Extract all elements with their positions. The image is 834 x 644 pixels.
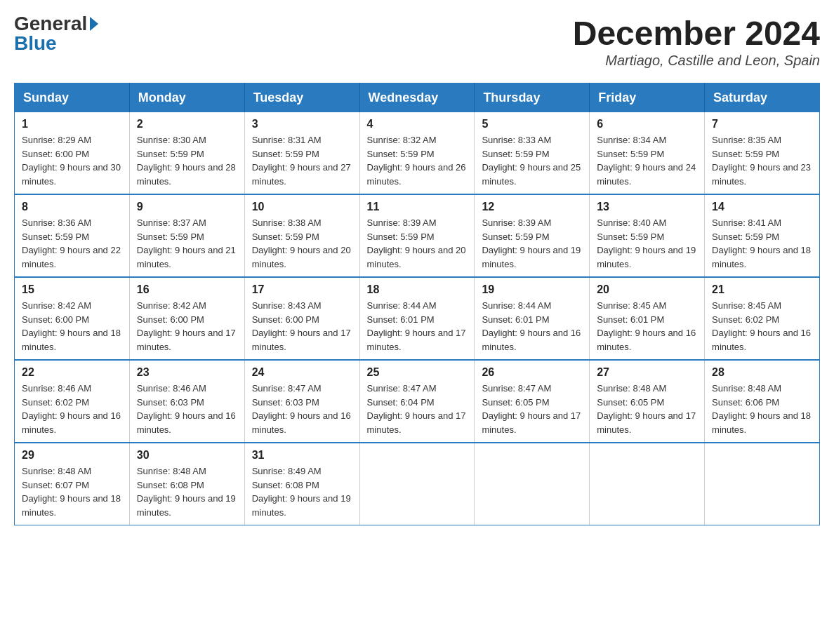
day-number: 6 bbox=[597, 118, 697, 130]
calendar-week-row: 1Sunrise: 8:29 AMSunset: 6:00 PMDaylight… bbox=[15, 112, 820, 194]
month-year-title: December 2024 bbox=[573, 14, 820, 53]
day-number: 30 bbox=[137, 449, 237, 462]
day-info: Sunrise: 8:41 AMSunset: 5:59 PMDaylight:… bbox=[712, 216, 812, 271]
day-info: Sunrise: 8:48 AMSunset: 6:06 PMDaylight:… bbox=[712, 382, 812, 436]
calendar-week-row: 29Sunrise: 8:48 AMSunset: 6:07 PMDayligh… bbox=[15, 443, 820, 525]
day-info: Sunrise: 8:35 AMSunset: 5:59 PMDaylight:… bbox=[712, 133, 812, 188]
day-info: Sunrise: 8:48 AMSunset: 6:05 PMDaylight:… bbox=[597, 382, 697, 436]
day-number: 8 bbox=[22, 201, 122, 213]
logo-arrow-icon bbox=[90, 17, 98, 31]
day-info: Sunrise: 8:31 AMSunset: 5:59 PMDaylight:… bbox=[252, 133, 352, 188]
day-number: 21 bbox=[712, 283, 812, 296]
calendar-cell: 4Sunrise: 8:32 AMSunset: 5:59 PMDaylight… bbox=[359, 112, 475, 194]
day-number: 31 bbox=[252, 449, 352, 462]
calendar-cell bbox=[590, 443, 705, 525]
day-info: Sunrise: 8:46 AMSunset: 6:02 PMDaylight:… bbox=[22, 382, 122, 436]
day-number: 9 bbox=[137, 201, 237, 213]
day-info: Sunrise: 8:47 AMSunset: 6:04 PMDaylight:… bbox=[367, 382, 468, 436]
calendar-week-row: 15Sunrise: 8:42 AMSunset: 6:00 PMDayligh… bbox=[15, 277, 820, 360]
day-number: 10 bbox=[252, 201, 352, 213]
calendar-cell: 14Sunrise: 8:41 AMSunset: 5:59 PMDayligh… bbox=[705, 194, 820, 277]
day-info: Sunrise: 8:40 AMSunset: 5:59 PMDaylight:… bbox=[597, 216, 697, 271]
title-section: December 2024 Martiago, Castille and Leo… bbox=[573, 14, 820, 69]
calendar-cell: 20Sunrise: 8:45 AMSunset: 6:01 PMDayligh… bbox=[590, 277, 705, 360]
calendar-cell: 17Sunrise: 8:43 AMSunset: 6:00 PMDayligh… bbox=[244, 277, 359, 360]
day-info: Sunrise: 8:45 AMSunset: 6:02 PMDaylight:… bbox=[712, 299, 812, 354]
page-header: General Blue December 2024 Martiago, Cas… bbox=[14, 14, 820, 69]
day-number: 24 bbox=[252, 366, 352, 379]
calendar-week-row: 8Sunrise: 8:36 AMSunset: 5:59 PMDaylight… bbox=[15, 194, 820, 277]
day-number: 15 bbox=[22, 283, 122, 296]
calendar-table: SundayMondayTuesdayWednesdayThursdayFrid… bbox=[14, 83, 820, 525]
calendar-cell bbox=[705, 443, 820, 525]
day-number: 23 bbox=[137, 366, 237, 379]
calendar-cell: 31Sunrise: 8:49 AMSunset: 6:08 PMDayligh… bbox=[244, 443, 359, 525]
calendar-cell: 22Sunrise: 8:46 AMSunset: 6:02 PMDayligh… bbox=[15, 360, 130, 443]
day-number: 2 bbox=[137, 118, 237, 130]
calendar-cell: 27Sunrise: 8:48 AMSunset: 6:05 PMDayligh… bbox=[590, 360, 705, 443]
calendar-cell: 7Sunrise: 8:35 AMSunset: 5:59 PMDaylight… bbox=[705, 112, 820, 194]
day-info: Sunrise: 8:39 AMSunset: 5:59 PMDaylight:… bbox=[482, 216, 582, 271]
day-number: 12 bbox=[482, 201, 582, 213]
calendar-week-row: 22Sunrise: 8:46 AMSunset: 6:02 PMDayligh… bbox=[15, 360, 820, 443]
logo: General Blue bbox=[14, 14, 98, 53]
day-number: 11 bbox=[367, 201, 468, 213]
calendar-header-sunday: Sunday bbox=[15, 83, 130, 113]
day-info: Sunrise: 8:36 AMSunset: 5:59 PMDaylight:… bbox=[22, 216, 122, 271]
calendar-header-monday: Monday bbox=[129, 83, 244, 113]
day-info: Sunrise: 8:33 AMSunset: 5:59 PMDaylight:… bbox=[482, 133, 582, 188]
day-number: 3 bbox=[252, 118, 352, 130]
day-info: Sunrise: 8:34 AMSunset: 5:59 PMDaylight:… bbox=[597, 133, 697, 188]
day-number: 1 bbox=[22, 118, 122, 130]
day-number: 25 bbox=[367, 366, 468, 379]
calendar-cell: 6Sunrise: 8:34 AMSunset: 5:59 PMDaylight… bbox=[590, 112, 705, 194]
calendar-cell: 13Sunrise: 8:40 AMSunset: 5:59 PMDayligh… bbox=[590, 194, 705, 277]
calendar-cell: 25Sunrise: 8:47 AMSunset: 6:04 PMDayligh… bbox=[359, 360, 475, 443]
calendar-cell: 11Sunrise: 8:39 AMSunset: 5:59 PMDayligh… bbox=[359, 194, 475, 277]
day-info: Sunrise: 8:47 AMSunset: 6:05 PMDaylight:… bbox=[482, 382, 582, 436]
day-number: 17 bbox=[252, 283, 352, 296]
calendar-header-row: SundayMondayTuesdayWednesdayThursdayFrid… bbox=[15, 83, 820, 113]
calendar-cell: 10Sunrise: 8:38 AMSunset: 5:59 PMDayligh… bbox=[244, 194, 359, 277]
day-info: Sunrise: 8:42 AMSunset: 6:00 PMDaylight:… bbox=[22, 299, 122, 354]
day-number: 18 bbox=[367, 283, 468, 296]
day-info: Sunrise: 8:42 AMSunset: 6:00 PMDaylight:… bbox=[137, 299, 237, 354]
day-number: 22 bbox=[22, 366, 122, 379]
day-info: Sunrise: 8:38 AMSunset: 5:59 PMDaylight:… bbox=[252, 216, 352, 271]
calendar-cell: 21Sunrise: 8:45 AMSunset: 6:02 PMDayligh… bbox=[705, 277, 820, 360]
day-info: Sunrise: 8:48 AMSunset: 6:08 PMDaylight:… bbox=[137, 464, 237, 519]
calendar-header-tuesday: Tuesday bbox=[244, 83, 359, 113]
calendar-cell bbox=[359, 443, 475, 525]
calendar-header-saturday: Saturday bbox=[705, 83, 820, 113]
day-info: Sunrise: 8:47 AMSunset: 6:03 PMDaylight:… bbox=[252, 382, 352, 436]
day-number: 29 bbox=[22, 449, 122, 462]
day-info: Sunrise: 8:45 AMSunset: 6:01 PMDaylight:… bbox=[597, 299, 697, 354]
calendar-cell: 8Sunrise: 8:36 AMSunset: 5:59 PMDaylight… bbox=[15, 194, 130, 277]
calendar-cell: 26Sunrise: 8:47 AMSunset: 6:05 PMDayligh… bbox=[475, 360, 590, 443]
calendar-cell: 30Sunrise: 8:48 AMSunset: 6:08 PMDayligh… bbox=[129, 443, 244, 525]
day-number: 27 bbox=[597, 366, 697, 379]
logo-blue-text: Blue bbox=[14, 34, 57, 53]
calendar-header-friday: Friday bbox=[590, 83, 705, 113]
calendar-cell: 9Sunrise: 8:37 AMSunset: 5:59 PMDaylight… bbox=[129, 194, 244, 277]
calendar-header-thursday: Thursday bbox=[475, 83, 590, 113]
location-subtitle: Martiago, Castille and Leon, Spain bbox=[573, 53, 820, 69]
calendar-cell: 24Sunrise: 8:47 AMSunset: 6:03 PMDayligh… bbox=[244, 360, 359, 443]
day-info: Sunrise: 8:49 AMSunset: 6:08 PMDaylight:… bbox=[252, 464, 352, 519]
day-number: 28 bbox=[712, 366, 812, 379]
day-info: Sunrise: 8:44 AMSunset: 6:01 PMDaylight:… bbox=[367, 299, 468, 354]
day-number: 7 bbox=[712, 118, 812, 130]
calendar-cell: 23Sunrise: 8:46 AMSunset: 6:03 PMDayligh… bbox=[129, 360, 244, 443]
day-info: Sunrise: 8:37 AMSunset: 5:59 PMDaylight:… bbox=[137, 216, 237, 271]
calendar-cell: 2Sunrise: 8:30 AMSunset: 5:59 PMDaylight… bbox=[129, 112, 244, 194]
day-number: 26 bbox=[482, 366, 582, 379]
calendar-cell: 3Sunrise: 8:31 AMSunset: 5:59 PMDaylight… bbox=[244, 112, 359, 194]
calendar-cell: 16Sunrise: 8:42 AMSunset: 6:00 PMDayligh… bbox=[129, 277, 244, 360]
calendar-cell: 19Sunrise: 8:44 AMSunset: 6:01 PMDayligh… bbox=[475, 277, 590, 360]
day-info: Sunrise: 8:48 AMSunset: 6:07 PMDaylight:… bbox=[22, 464, 122, 519]
day-info: Sunrise: 8:39 AMSunset: 5:59 PMDaylight:… bbox=[367, 216, 468, 271]
calendar-cell: 29Sunrise: 8:48 AMSunset: 6:07 PMDayligh… bbox=[15, 443, 130, 525]
day-info: Sunrise: 8:44 AMSunset: 6:01 PMDaylight:… bbox=[482, 299, 582, 354]
day-info: Sunrise: 8:46 AMSunset: 6:03 PMDaylight:… bbox=[137, 382, 237, 436]
day-number: 4 bbox=[367, 118, 468, 130]
